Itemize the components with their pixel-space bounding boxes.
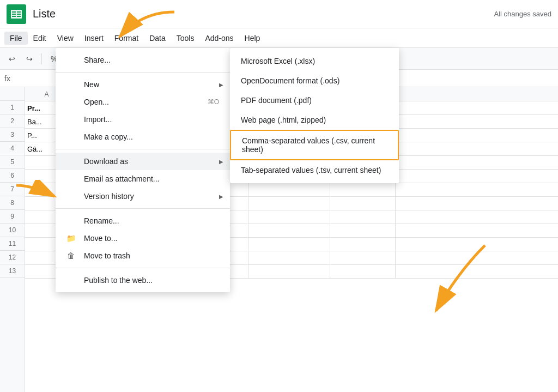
menu-item-help[interactable]: Help [239, 32, 266, 45]
row-numbers: 1 2 3 4 5 6 7 8 9 10 11 12 13 [0, 87, 25, 392]
menu-publish[interactable]: Publish to the web... [56, 272, 230, 289]
cell-f12[interactable] [330, 251, 396, 264]
row-number: 8 [0, 196, 25, 210]
save-status: All changes saved [494, 10, 551, 18]
cell-f11[interactable] [330, 238, 396, 251]
menu-divider [56, 208, 230, 209]
menu-import[interactable]: Import... [56, 111, 230, 128]
menu-move-to-trash[interactable]: 🗑 Move to trash [56, 247, 230, 264]
submenu-xlsx[interactable]: Microsoft Excel (.xlsx) [230, 51, 399, 71]
fx-label: fx [4, 74, 10, 83]
menu-version-history[interactable]: Version history [56, 188, 230, 205]
row-number: 9 [0, 210, 25, 224]
menu-divider [56, 268, 230, 268]
cell-e13[interactable] [248, 265, 330, 278]
cell-f13[interactable] [330, 265, 396, 278]
submenu-ods[interactable]: OpenDocument format (.ods) [230, 71, 399, 91]
menu-bar: File Edit View Insert Format Data Tools … [0, 28, 558, 48]
cell-f8[interactable] [330, 197, 396, 210]
undo-button[interactable]: ↩ [4, 52, 20, 65]
menu-item-addons[interactable]: Add-ons [199, 32, 239, 45]
menu-share[interactable]: Share... [56, 51, 230, 69]
row-number: 5 [0, 155, 25, 169]
cell-e12[interactable] [248, 251, 330, 264]
submenu-html[interactable]: Web page (.html, zipped) [230, 110, 399, 130]
row-number: 1 [0, 101, 25, 114]
toolbar-separator-1 [41, 53, 42, 64]
cell-e7[interactable] [248, 183, 330, 196]
cell-f10[interactable] [330, 224, 396, 237]
menu-divider [56, 72, 230, 73]
file-menu: Share... New Open...⌘O Import... Make a … [56, 48, 230, 292]
menu-email[interactable]: Email as attachment... [56, 170, 230, 188]
svg-rect-7 [17, 16, 21, 17]
menu-open[interactable]: Open...⌘O [56, 93, 230, 111]
menu-make-copy[interactable]: Make a copy... [56, 128, 230, 146]
submenu-tsv[interactable]: Tab-separated values (.tsv, current shee… [230, 160, 399, 180]
row-number: 10 [0, 224, 25, 237]
row-number: 12 [0, 251, 25, 264]
menu-item-view[interactable]: View [52, 32, 79, 45]
svg-rect-3 [17, 11, 21, 13]
sheets-icon [7, 4, 26, 24]
row-number: 11 [0, 237, 25, 251]
menu-item-insert[interactable]: Insert [79, 32, 109, 45]
menu-item-data[interactable]: Data [144, 32, 171, 45]
trash-icon: 🗑 [64, 251, 77, 260]
cell-f9[interactable] [330, 210, 396, 224]
svg-rect-5 [17, 14, 21, 15]
menu-move-to[interactable]: 📁 Move to... [56, 230, 230, 247]
row-number: 13 [0, 264, 25, 278]
cell-e8[interactable] [248, 197, 330, 210]
menu-rename[interactable]: Rename... [56, 212, 230, 230]
folder-icon: 📁 [64, 234, 77, 243]
document-title: Liste [33, 8, 56, 20]
cell-e10[interactable] [248, 224, 330, 237]
download-submenu: Microsoft Excel (.xlsx) OpenDocument for… [230, 48, 399, 183]
menu-new[interactable]: New [56, 76, 230, 93]
row-number: 3 [0, 128, 25, 142]
row-number: 4 [0, 142, 25, 155]
submenu-pdf[interactable]: PDF document (.pdf) [230, 91, 399, 110]
cell-f7[interactable] [330, 183, 396, 196]
menu-item-tools[interactable]: Tools [171, 32, 200, 45]
svg-rect-4 [12, 14, 16, 15]
menu-item-file[interactable]: File [4, 32, 28, 45]
svg-rect-2 [12, 11, 16, 13]
row-number: 2 [0, 114, 25, 128]
svg-rect-6 [12, 16, 16, 17]
row-number: 6 [0, 169, 25, 183]
cell-e11[interactable] [248, 238, 330, 251]
menu-item-edit[interactable]: Edit [28, 32, 52, 45]
menu-divider [56, 149, 230, 149]
menu-item-format[interactable]: Format [109, 32, 144, 45]
submenu-csv[interactable]: Comma-separated values (.csv, current sh… [230, 130, 399, 160]
title-bar: Liste All changes saved [0, 0, 558, 28]
row-number: 7 [0, 183, 25, 196]
corner-cell [0, 87, 25, 101]
menu-download[interactable]: Download as [56, 153, 230, 170]
cell-e9[interactable] [248, 210, 330, 224]
redo-button[interactable]: ↪ [22, 52, 37, 65]
